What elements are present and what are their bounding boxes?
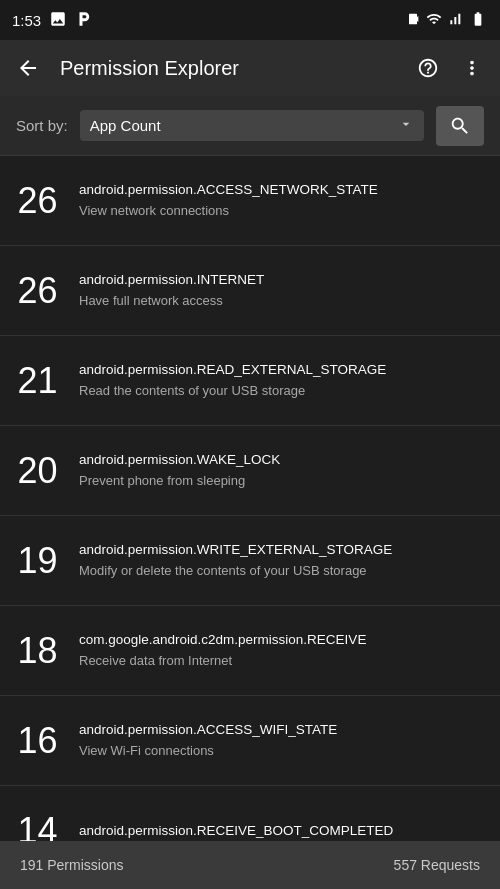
parking-icon: [75, 10, 93, 31]
permission-name: android.permission.RECEIVE_BOOT_COMPLETE…: [79, 822, 488, 840]
permission-item[interactable]: 21 android.permission.READ_EXTERNAL_STOR…: [0, 336, 500, 426]
permission-item[interactable]: 26 android.permission.ACCESS_NETWORK_STA…: [0, 156, 500, 246]
permission-item[interactable]: 16 android.permission.ACCESS_WIFI_STATE …: [0, 696, 500, 786]
sort-dropdown[interactable]: App Count: [80, 110, 424, 141]
permission-info: android.permission.READ_EXTERNAL_STORAGE…: [75, 336, 500, 425]
sort-label: Sort by:: [16, 117, 68, 134]
permission-count: 20: [0, 426, 75, 515]
permission-info: android.permission.INTERNET Have full ne…: [75, 246, 500, 335]
sort-dropdown-value: App Count: [90, 117, 392, 134]
permission-description: Receive data from Internet: [79, 653, 488, 670]
permission-info: android.permission.WRITE_EXTERNAL_STORAG…: [75, 516, 500, 605]
permission-info: android.permission.WAKE_LOCK Prevent pho…: [75, 426, 500, 515]
more-options-button[interactable]: [452, 48, 492, 88]
search-button[interactable]: [436, 106, 484, 146]
status-icons-right: [405, 11, 488, 30]
permission-name: android.permission.WRITE_EXTERNAL_STORAG…: [79, 541, 488, 559]
status-time: 1:53: [12, 12, 41, 29]
permission-count: 21: [0, 336, 75, 425]
permission-count: 26: [0, 156, 75, 245]
permission-info: com.google.android.c2dm.permission.RECEI…: [75, 606, 500, 695]
permission-name: android.permission.READ_EXTERNAL_STORAGE: [79, 361, 488, 379]
permission-item[interactable]: 14 android.permission.RECEIVE_BOOT_COMPL…: [0, 786, 500, 841]
permission-name: android.permission.ACCESS_WIFI_STATE: [79, 721, 488, 739]
permission-count: 26: [0, 246, 75, 335]
permission-name: com.google.android.c2dm.permission.RECEI…: [79, 631, 488, 649]
permission-description: Modify or delete the contents of your US…: [79, 563, 488, 580]
permission-item[interactable]: 26 android.permission.INTERNET Have full…: [0, 246, 500, 336]
permission-info: android.permission.ACCESS_NETWORK_STATE …: [75, 156, 500, 245]
permission-count: 14: [0, 786, 75, 841]
back-button[interactable]: [8, 48, 48, 88]
permission-description: View Wi-Fi connections: [79, 743, 488, 760]
status-bar: 1:53: [0, 0, 500, 40]
permission-info: android.permission.ACCESS_WIFI_STATE Vie…: [75, 696, 500, 785]
sort-bar: Sort by: App Count: [0, 96, 500, 156]
requests-count: 557 Requests: [394, 857, 480, 873]
wifi-icon: [426, 11, 442, 30]
permission-name: android.permission.ACCESS_NETWORK_STATE: [79, 181, 488, 199]
permission-list: 26 android.permission.ACCESS_NETWORK_STA…: [0, 156, 500, 841]
permission-description: Prevent phone from sleeping: [79, 473, 488, 490]
status-bar-left: 1:53: [12, 10, 93, 31]
battery-icon: [468, 11, 488, 30]
permission-count: 19: [0, 516, 75, 605]
app-bar-actions: [408, 48, 492, 88]
help-button[interactable]: [408, 48, 448, 88]
app-bar-title: Permission Explorer: [56, 57, 400, 80]
permission-name: android.permission.INTERNET: [79, 271, 488, 289]
permission-description: View network connections: [79, 203, 488, 220]
permission-name: android.permission.WAKE_LOCK: [79, 451, 488, 469]
permission-count: 18: [0, 606, 75, 695]
image-icon: [49, 10, 67, 31]
permission-item[interactable]: 18 com.google.android.c2dm.permission.RE…: [0, 606, 500, 696]
app-bar: Permission Explorer: [0, 40, 500, 96]
permission-count: 16: [0, 696, 75, 785]
permission-description: Read the contents of your USB storage: [79, 383, 488, 400]
bottom-bar: 191 Permissions 557 Requests: [0, 841, 500, 889]
vibrate-icon: [405, 11, 421, 30]
signal-icon: [447, 11, 463, 30]
permissions-count: 191 Permissions: [20, 857, 124, 873]
permission-item[interactable]: 19 android.permission.WRITE_EXTERNAL_STO…: [0, 516, 500, 606]
dropdown-arrow-icon: [398, 116, 414, 135]
permission-item[interactable]: 20 android.permission.WAKE_LOCK Prevent …: [0, 426, 500, 516]
permission-info: android.permission.RECEIVE_BOOT_COMPLETE…: [75, 786, 500, 841]
permission-description: Have full network access: [79, 293, 488, 310]
